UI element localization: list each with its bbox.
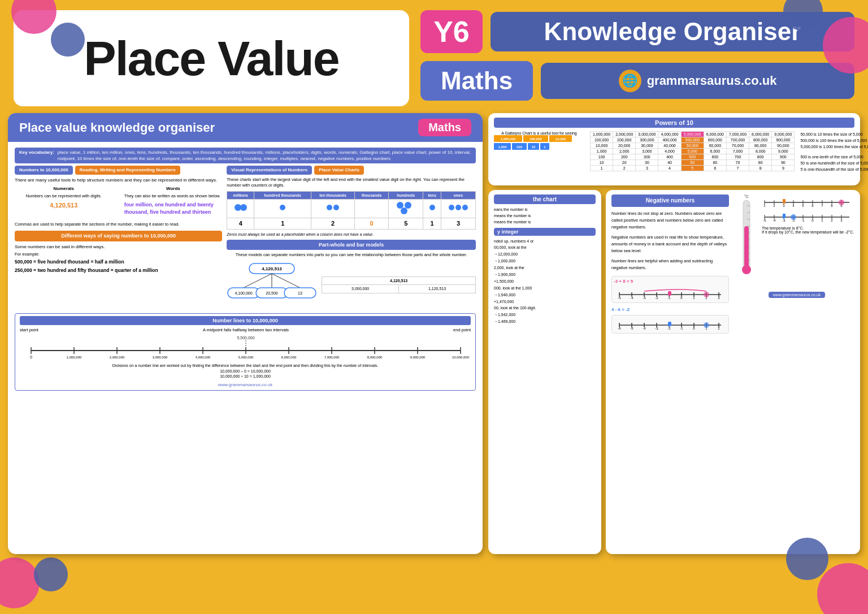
p-4-4: 4,000 xyxy=(658,149,681,154)
svg-point-115 xyxy=(742,265,751,274)
worksheet-subject: Maths xyxy=(418,119,471,136)
svg-text:-3: -3 xyxy=(782,219,785,222)
deco-circle-blue-br xyxy=(786,538,828,580)
p-5-9: 900 xyxy=(772,154,795,160)
thermometer-svg: °C xyxy=(735,194,757,285)
col-hth: hundred thousands xyxy=(254,191,311,200)
note-line-4: 500 is one-tenth of the size of 5,000 xyxy=(800,154,868,160)
bar-cell-1: 4,120,513 xyxy=(322,276,476,285)
p-1-1: 1,000,000 xyxy=(591,132,613,137)
p-7-1: 1 xyxy=(591,166,613,171)
svg-point-4 xyxy=(333,205,339,210)
r-line-2: means the number is xyxy=(494,213,596,219)
col-h: hundreds xyxy=(389,191,423,200)
visual-tabs: Visual Representations of Numbers Place … xyxy=(227,166,476,174)
svg-text:4: 4 xyxy=(792,204,795,207)
numbers-tab: Numbers to 10,000,000 xyxy=(15,166,73,174)
neg-right: °C 1 2 3 xyxy=(735,194,859,550)
p-1-5: 5,000,000 xyxy=(681,132,704,137)
for-example: For example: xyxy=(15,252,222,258)
p-3-1: 10,000 xyxy=(591,143,613,149)
eq-1: -3 + 8 = 5 xyxy=(614,278,727,286)
cell-m-counter xyxy=(227,200,254,218)
grammarsaurus-box: 🌐 grammarsaurus.co.uk xyxy=(541,63,854,99)
r-line-1: eans the number is xyxy=(494,206,596,213)
svg-text:-1: -1 xyxy=(680,327,683,330)
cell-h-counter xyxy=(389,200,423,218)
svg-text:4,000,000: 4,000,000 xyxy=(196,356,211,359)
calc1: 10,000,000 – 0 = 10,000,000 xyxy=(20,369,471,374)
svg-text:2: 2 xyxy=(773,204,775,207)
gattegno-desc: A Gattegno Chart is a useful tool for se… xyxy=(494,131,584,135)
example2: 250,000 = two hundred and fifty thousand… xyxy=(15,267,222,274)
svg-text:10,000,000: 10,000,000 xyxy=(452,356,470,359)
p-1-2: 2,000,000 xyxy=(613,132,636,137)
integer-header: y integer xyxy=(494,228,596,236)
svg-text:100,000: 100,000 xyxy=(530,137,542,141)
svg-text:2: 2 xyxy=(831,219,833,222)
deco-circle-pink-bl xyxy=(0,557,40,608)
negative-panel: Negative numbers Number lines do not sto… xyxy=(606,190,860,554)
p-4-6: 6,000 xyxy=(704,149,726,154)
p-3-7: 70,000 xyxy=(726,143,749,149)
svg-text:10,000: 10,000 xyxy=(555,137,566,141)
p-3-6: 60,000 xyxy=(704,143,726,149)
p-4-8: 8,000 xyxy=(749,149,772,154)
svg-point-6 xyxy=(405,202,411,209)
numerals-header: Numerals xyxy=(15,185,113,192)
top-sections: Numbers to 10,000,000 Reading, Writing a… xyxy=(15,166,476,309)
cell-tth-val: 2 xyxy=(311,218,355,229)
different-ways-text: Some numbers can be said in different wa… xyxy=(15,244,222,250)
note-line-6: 5 is one-thousandth of the size of 5,000 xyxy=(800,166,868,172)
svg-text:0: 0 xyxy=(680,296,683,299)
powers-table: 1,000,0002,000,0003,000,0004,000,0005,00… xyxy=(590,131,795,171)
svg-text:7,000,000: 7,000,000 xyxy=(324,356,340,359)
nl-end-label: end point xyxy=(453,327,471,334)
year-badge: Y6 xyxy=(420,10,483,53)
svg-text:-4: -4 xyxy=(630,296,633,299)
svg-text:13: 13 xyxy=(298,291,302,295)
col-tth: ten thousands xyxy=(311,191,355,200)
left-col: Numbers to 10,000,000 Reading, Writing a… xyxy=(15,166,222,309)
bar-model: 4,120,513 3,000,000 1,120,513 xyxy=(322,276,476,294)
nl-midpoint-text: A midpoint falls halfway between two int… xyxy=(203,327,289,334)
number-line-section: Number lines to 10,000,000 start point A… xyxy=(15,313,476,391)
p-5-6: 600 xyxy=(704,154,726,160)
svg-point-82 xyxy=(704,292,709,297)
example1: 500,000 = five hundred thousand = half a… xyxy=(15,259,222,266)
vocab-bar: Key vocabulary: place value, 1 million, … xyxy=(15,148,476,163)
counter-icon xyxy=(429,204,436,211)
svg-text:2: 2 xyxy=(718,327,720,330)
subject-label: Maths xyxy=(420,61,533,101)
right-col: Visual Representations of Numbers Place … xyxy=(227,166,476,309)
col-th: thousands xyxy=(355,191,389,200)
p-1-6: 6,000,000 xyxy=(704,132,726,137)
svg-text:5,500,000: 5,500,000 xyxy=(237,336,254,340)
rounding-content: eans the number is means the number is m… xyxy=(494,206,596,226)
pv-table: millions hundred thousands ten thousands… xyxy=(227,191,476,230)
svg-text:3: 3 xyxy=(840,219,843,222)
p-1-8: 8,000,000 xyxy=(749,132,772,137)
svg-text:6: 6 xyxy=(811,204,814,207)
p-1-3: 3,000,000 xyxy=(636,132,658,137)
neg-text1: Number lines do not stop at zero. Number… xyxy=(611,210,729,231)
p-1-7: 7,000,000 xyxy=(726,132,749,137)
neg-text3: Number lines are helpful when adding and… xyxy=(611,258,729,271)
numerals-col: Numerals Numbers can be represented with… xyxy=(15,185,113,218)
bottom-right-row: Maths 🌐 grammarsaurus.co.uk xyxy=(420,61,854,101)
p-4-5: 5,000 xyxy=(681,149,704,154)
bar-cell-2a: 3,000,000 xyxy=(322,285,399,293)
svg-text:-1: -1 xyxy=(801,219,805,222)
bar-cell-2b: 1,120,513 xyxy=(399,285,476,293)
powers-row-5: 100200300400500600700800900 xyxy=(591,154,795,160)
powers-note-2: 500 is one-tenth of the size of 5,000 50… xyxy=(800,154,868,173)
note-line-1: 50,000 is 10 times the size of 5,000 xyxy=(800,131,868,137)
powers-row-1: 1,000,0002,000,0003,000,0004,000,0005,00… xyxy=(591,132,795,137)
svg-text:4,120,513: 4,120,513 xyxy=(262,266,282,271)
svg-rect-145 xyxy=(783,214,785,218)
numerals-text: Numbers can be represented with digits. xyxy=(15,193,113,200)
svg-point-158 xyxy=(791,214,796,220)
powers-notes: 50,000 is 10 times the size of 5,000 500… xyxy=(800,131,868,172)
col-o: ones xyxy=(441,191,475,200)
nl-diagram-1: -3 + 8 = 5 -5 -4 -3 -2 -1 xyxy=(611,276,729,303)
